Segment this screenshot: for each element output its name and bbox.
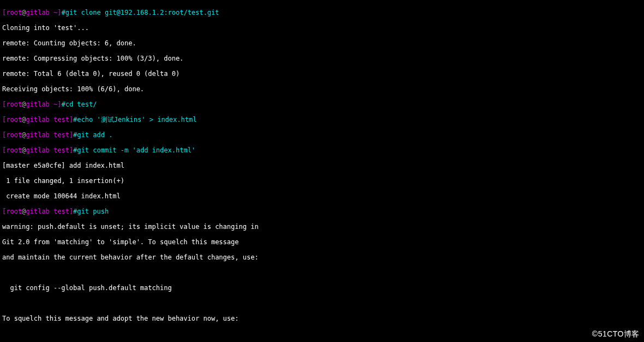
output-line — [2, 269, 642, 276]
prompt-dir: test — [53, 131, 69, 139]
output-line: remote: Counting objects: 6, done. — [2, 39, 642, 47]
prompt-host: gitlab — [26, 208, 49, 215]
prompt-line: [root@gitlab test]#git commit -m 'add in… — [2, 146, 642, 154]
space — [50, 116, 53, 123]
output-line: 1 file changed, 1 insertion(+) — [2, 177, 642, 185]
output-line: remote: Compressing objects: 100% (3/3),… — [2, 55, 642, 62]
output-line: To squelch this message and adopt the ne… — [2, 315, 642, 322]
output-line: and maintain the current behavior after … — [2, 253, 642, 261]
prompt-line: [root@gitlab test]#git add . — [2, 131, 642, 139]
prompt-host: gitlab — [26, 9, 49, 16]
prompt-user: root — [6, 101, 22, 108]
prompt-hash: # — [61, 101, 65, 108]
output-line: Cloning into 'test'... — [2, 24, 642, 32]
output-line: remote: Total 6 (delta 0), reused 0 (del… — [2, 70, 642, 78]
prompt-host: gitlab — [26, 116, 49, 123]
space — [50, 101, 53, 108]
terminal-window[interactable]: [root@gitlab ~]#git clone git@192.168.1.… — [0, 0, 644, 342]
prompt-line: [root@gitlab ~]#git clone git@192.168.1.… — [2, 9, 642, 16]
space — [50, 9, 53, 16]
prompt-dir: test — [53, 116, 69, 123]
prompt-host: gitlab — [26, 101, 49, 108]
space — [50, 208, 53, 215]
output-line: [master e5a0cfe] add index.html — [2, 162, 642, 169]
prompt-host: gitlab — [26, 131, 49, 139]
command-text: git add . — [77, 131, 112, 139]
command-text: cd test/ — [65, 101, 97, 108]
command-text: echo '测试Jenkins' > index.html — [77, 116, 196, 123]
prompt-user: root — [6, 116, 22, 123]
command-text: git commit -m 'add index.html' — [77, 146, 195, 154]
prompt-line: [root@gitlab ~]#cd test/ — [2, 101, 642, 108]
space — [50, 131, 53, 139]
space — [50, 146, 53, 154]
prompt-line: [root@gitlab test]#echo '测试Jenkins' > in… — [2, 116, 642, 123]
output-line: Receiving objects: 100% (6/6), done. — [2, 85, 642, 93]
output-line: Git 2.0 from 'matching' to 'simple'. To … — [2, 238, 642, 246]
prompt-dir: test — [53, 208, 69, 215]
prompt-line: [root@gitlab test]#git push — [2, 208, 642, 215]
prompt-user: root — [6, 146, 22, 154]
output-line — [2, 299, 642, 307]
output-line: warning: push.default is unset; its impl… — [2, 223, 642, 231]
prompt-dir: test — [53, 146, 69, 154]
prompt-user: root — [6, 208, 22, 215]
prompt-host: gitlab — [26, 146, 49, 154]
prompt-user: root — [6, 131, 22, 139]
prompt-user: root — [6, 9, 22, 16]
output-line: git config --global push.default matchin… — [2, 284, 642, 292]
output-line: create mode 100644 index.html — [2, 192, 642, 200]
command-text: git push — [77, 208, 109, 215]
prompt-hash: # — [61, 9, 65, 16]
output-line — [2, 330, 642, 338]
command-text: git clone git@192.168.1.2:root/test.git — [65, 9, 219, 16]
